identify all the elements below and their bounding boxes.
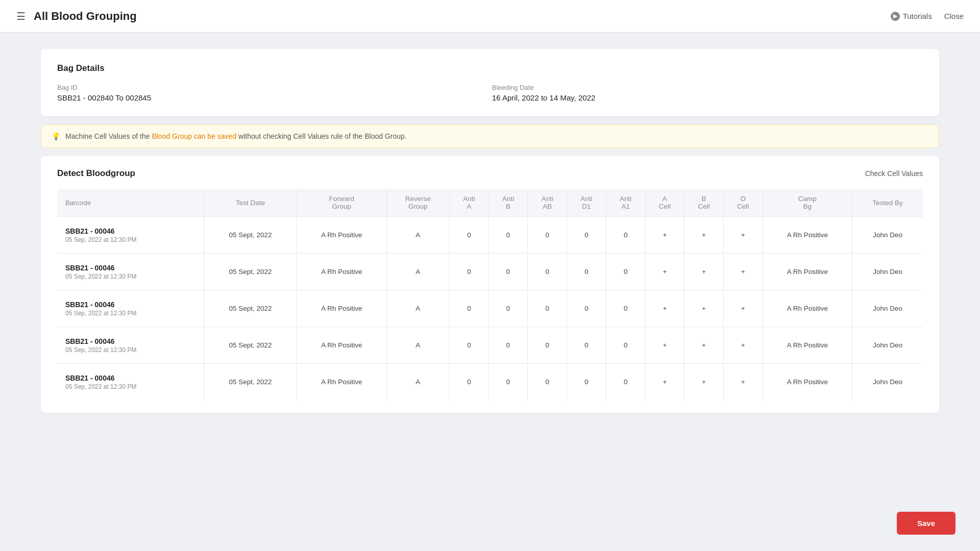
cell-anti-a: 0 bbox=[450, 254, 489, 290]
bag-details-card: Bag Details Bag ID SBB21 - 002840 To 002… bbox=[41, 49, 939, 116]
cell-anti-ab: 0 bbox=[528, 364, 567, 400]
cell-test-date: 05 Sept, 2022 bbox=[204, 364, 297, 400]
cell-a-cell: + bbox=[645, 327, 684, 364]
info-banner: 💡 Machine Cell Values of the Blood Group… bbox=[41, 124, 939, 148]
cell-anti-a1: 0 bbox=[606, 364, 645, 400]
header-left: ☰ All Blood Grouping bbox=[16, 10, 137, 23]
bloodgroup-table-wrapper: Barcode Test Date ForwardGroup ReverseGr… bbox=[57, 189, 923, 400]
bleeding-date-value: 16 April, 2022 to 14 May, 2022 bbox=[492, 93, 923, 102]
col-anti-ab: AntiAB bbox=[528, 189, 567, 217]
cell-anti-a: 0 bbox=[450, 327, 489, 364]
cell-camp-bg: A Rh Positive bbox=[763, 254, 852, 290]
cell-anti-ab: 0 bbox=[528, 217, 567, 254]
header-right: ▶ Tutorials Close bbox=[891, 12, 964, 21]
cell-anti-ab: 0 bbox=[528, 327, 567, 364]
lightbulb-icon: 💡 bbox=[52, 132, 60, 140]
cell-barcode: SBB21 - 00046 05 Sep, 2022 at 12:30 PM bbox=[57, 217, 204, 254]
cell-camp-bg: A Rh Positive bbox=[763, 364, 852, 400]
cell-b-cell: + bbox=[684, 364, 724, 400]
cell-anti-ab: 0 bbox=[528, 290, 567, 327]
cell-reverse-group: A bbox=[386, 290, 450, 327]
col-reverse-group: ReverseGroup bbox=[386, 189, 450, 217]
close-button[interactable]: Close bbox=[944, 12, 964, 20]
save-button-container: Save bbox=[897, 512, 955, 535]
tutorials-icon: ▶ bbox=[891, 12, 900, 21]
info-text: Machine Cell Values of the Blood Group c… bbox=[65, 132, 407, 140]
cell-b-cell: + bbox=[684, 254, 724, 290]
col-barcode: Barcode bbox=[57, 189, 204, 217]
cell-camp-bg: A Rh Positive bbox=[763, 217, 852, 254]
cell-tested-by: John Deo bbox=[852, 290, 923, 327]
info-highlight: Blood Group can be saved bbox=[152, 132, 236, 140]
detect-header: Detect Bloodgroup Check Cell Values bbox=[57, 168, 923, 179]
cell-reverse-group: A bbox=[386, 254, 450, 290]
cell-anti-b: 0 bbox=[488, 290, 528, 327]
cell-forward-group: A Rh Positive bbox=[297, 290, 387, 327]
cell-barcode: SBB21 - 00046 05 Sep, 2022 at 12:30 PM bbox=[57, 364, 204, 400]
detect-title: Detect Bloodgroup bbox=[57, 168, 135, 179]
cell-o-cell: + bbox=[723, 364, 763, 400]
cell-anti-a1: 0 bbox=[606, 254, 645, 290]
page-title: All Blood Grouping bbox=[34, 10, 137, 23]
check-cell-values-button[interactable]: Check Cell Values bbox=[865, 169, 923, 178]
cell-reverse-group: A bbox=[386, 217, 450, 254]
table-row: SBB21 - 00046 05 Sep, 2022 at 12:30 PM 0… bbox=[57, 217, 923, 254]
cell-o-cell: + bbox=[723, 217, 763, 254]
detect-bloodgroup-section: Detect Bloodgroup Check Cell Values Barc… bbox=[41, 156, 939, 413]
cell-tested-by: John Deo bbox=[852, 327, 923, 364]
tutorials-button[interactable]: ▶ Tutorials bbox=[891, 12, 932, 21]
col-tested-by: Tested By bbox=[852, 189, 923, 217]
cell-anti-a: 0 bbox=[450, 217, 489, 254]
cell-anti-ab: 0 bbox=[528, 254, 567, 290]
cell-forward-group: A Rh Positive bbox=[297, 364, 387, 400]
table-header-row: Barcode Test Date ForwardGroup ReverseGr… bbox=[57, 189, 923, 217]
col-anti-b: AntiB bbox=[488, 189, 528, 217]
cell-anti-b: 0 bbox=[488, 364, 528, 400]
col-anti-d1: AntiD1 bbox=[567, 189, 606, 217]
cell-o-cell: + bbox=[723, 290, 763, 327]
cell-a-cell: + bbox=[645, 254, 684, 290]
info-text-after: without checking Cell Values rule of the… bbox=[236, 132, 407, 140]
cell-o-cell: + bbox=[723, 254, 763, 290]
cell-anti-b: 0 bbox=[488, 327, 528, 364]
table-row: SBB21 - 00046 05 Sep, 2022 at 12:30 PM 0… bbox=[57, 364, 923, 400]
bag-details-grid: Bag ID SBB21 - 002840 To 002845 Bleeding… bbox=[57, 84, 923, 102]
save-button[interactable]: Save bbox=[897, 512, 955, 535]
main-content: Bag Details Bag ID SBB21 - 002840 To 002… bbox=[0, 33, 980, 429]
cell-barcode: SBB21 - 00046 05 Sep, 2022 at 12:30 PM bbox=[57, 254, 204, 290]
cell-b-cell: + bbox=[684, 327, 724, 364]
table-row: SBB21 - 00046 05 Sep, 2022 at 12:30 PM 0… bbox=[57, 254, 923, 290]
cell-test-date: 05 Sept, 2022 bbox=[204, 217, 297, 254]
cell-barcode: SBB21 - 00046 05 Sep, 2022 at 12:30 PM bbox=[57, 327, 204, 364]
cell-barcode: SBB21 - 00046 05 Sep, 2022 at 12:30 PM bbox=[57, 290, 204, 327]
cell-anti-a: 0 bbox=[450, 364, 489, 400]
cell-test-date: 05 Sept, 2022 bbox=[204, 254, 297, 290]
cell-tested-by: John Deo bbox=[852, 217, 923, 254]
bag-id-value: SBB21 - 002840 To 002845 bbox=[57, 93, 488, 102]
col-o-cell: OCell bbox=[723, 189, 763, 217]
tutorials-label: Tutorials bbox=[903, 12, 932, 20]
col-test-date: Test Date bbox=[204, 189, 297, 217]
cell-reverse-group: A bbox=[386, 364, 450, 400]
menu-icon[interactable]: ☰ bbox=[16, 10, 26, 22]
cell-camp-bg: A Rh Positive bbox=[763, 290, 852, 327]
cell-anti-d1: 0 bbox=[567, 254, 606, 290]
cell-anti-a1: 0 bbox=[606, 327, 645, 364]
col-b-cell: BCell bbox=[684, 189, 724, 217]
cell-anti-d1: 0 bbox=[567, 217, 606, 254]
cell-a-cell: + bbox=[645, 364, 684, 400]
bleeding-date-block: Bleeding Date 16 April, 2022 to 14 May, … bbox=[492, 84, 923, 102]
header: ☰ All Blood Grouping ▶ Tutorials Close bbox=[0, 0, 980, 33]
bag-id-label: Bag ID bbox=[57, 84, 488, 91]
cell-forward-group: A Rh Positive bbox=[297, 254, 387, 290]
cell-b-cell: + bbox=[684, 217, 724, 254]
cell-anti-a1: 0 bbox=[606, 290, 645, 327]
cell-a-cell: + bbox=[645, 290, 684, 327]
cell-camp-bg: A Rh Positive bbox=[763, 327, 852, 364]
cell-anti-d1: 0 bbox=[567, 364, 606, 400]
cell-b-cell: + bbox=[684, 290, 724, 327]
cell-forward-group: A Rh Positive bbox=[297, 327, 387, 364]
cell-o-cell: + bbox=[723, 327, 763, 364]
cell-a-cell: + bbox=[645, 217, 684, 254]
cell-tested-by: John Deo bbox=[852, 364, 923, 400]
